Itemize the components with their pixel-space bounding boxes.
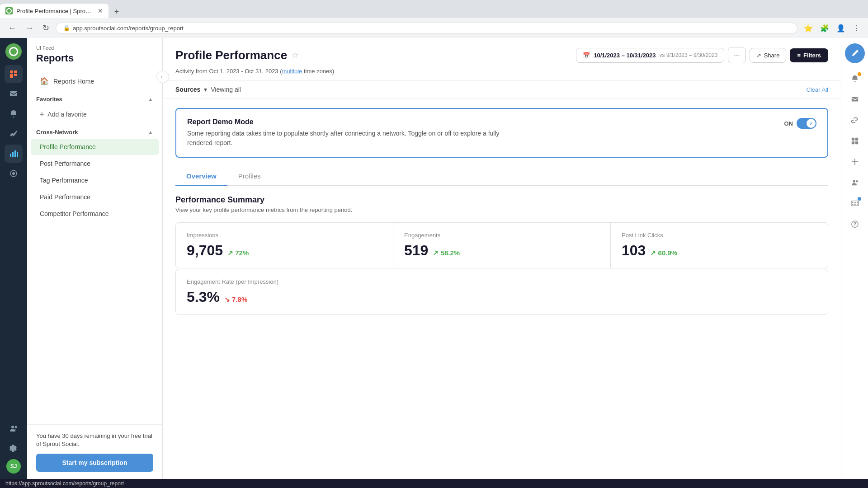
- rail-notifications-btn[interactable]: [5, 105, 23, 123]
- right-rail-grid-btn[interactable]: [846, 132, 864, 150]
- right-rail-activity-btn[interactable]: [846, 90, 864, 108]
- filters-icon: ≡: [797, 52, 801, 59]
- rail-team-btn[interactable]: [5, 419, 23, 437]
- demo-banner-text: Report Demo Mode Some reporting data tak…: [187, 118, 504, 148]
- impressions-change: ↗ 72%: [227, 249, 249, 257]
- right-rail-add-btn[interactable]: [846, 153, 864, 171]
- address-bar[interactable]: 🔒 app.sproutsocial.com/reports/group_rep…: [56, 23, 797, 34]
- svg-rect-25: [857, 202, 858, 203]
- svg-point-19: [853, 180, 855, 183]
- right-rail: [841, 38, 868, 479]
- sidebar-item-paid-performance[interactable]: Paid Performance: [31, 189, 159, 205]
- nav-actions: ⭐ 🧩 👤 ⋮: [801, 22, 863, 34]
- svg-rect-28: [857, 204, 858, 205]
- svg-rect-6: [12, 152, 14, 157]
- rail-listening-btn[interactable]: [5, 164, 23, 183]
- right-rail-users-btn[interactable]: [846, 174, 864, 192]
- start-subscription-btn[interactable]: Start my subscription: [36, 454, 153, 472]
- header-top-row: Profile Performance ☆ 📅 10/1/2023 – 10/3…: [175, 47, 828, 63]
- share-label: Share: [764, 52, 780, 59]
- filters-btn[interactable]: ≡ Filters: [790, 48, 828, 62]
- favorite-star-icon[interactable]: ☆: [292, 50, 299, 60]
- active-tab[interactable]: Profile Performance | Sprout So... ✕: [0, 4, 108, 18]
- tab-overview[interactable]: Overview: [175, 167, 227, 186]
- engagements-change: ↗ 58.2%: [433, 249, 460, 257]
- sources-label: Sources: [175, 86, 200, 93]
- rail-publishing-btn[interactable]: [5, 125, 23, 143]
- post-link-clicks-value-row: 103 ↗ 60.9%: [622, 242, 817, 259]
- sources-left: Sources ▾ Viewing all: [175, 86, 241, 93]
- compose-fab-btn[interactable]: [845, 43, 865, 63]
- sidebar-item-tag-performance[interactable]: Tag Performance: [31, 172, 159, 188]
- more-options-btn[interactable]: ···: [728, 47, 745, 63]
- tab-profiles[interactable]: Profiles: [227, 167, 272, 186]
- multiple-timezones-link[interactable]: multiple: [282, 68, 302, 75]
- main-body: Report Demo Mode Some reporting data tak…: [163, 99, 841, 479]
- profile-btn[interactable]: 👤: [834, 22, 848, 34]
- svg-point-30: [854, 225, 855, 226]
- trial-text: You have 30 days remaining in your free …: [36, 432, 153, 448]
- impressions-label: Impressions: [187, 232, 382, 239]
- metric-engagements: Engagements 519 ↗ 58.2%: [393, 223, 610, 268]
- new-tab-btn[interactable]: +: [110, 5, 123, 18]
- performance-summary-subtitle: View your key profile performance metric…: [175, 206, 828, 213]
- user-avatar[interactable]: SJ: [6, 459, 21, 474]
- rail-analytics-btn[interactable]: [5, 145, 23, 163]
- svg-rect-13: [851, 138, 854, 141]
- rail-settings-btn[interactable]: [5, 439, 23, 457]
- sidebar-collapse-btn[interactable]: ←: [156, 70, 169, 83]
- extensions-btn[interactable]: 🧩: [817, 22, 832, 34]
- rail-feeds-btn[interactable]: [5, 65, 23, 83]
- favorites-section-header[interactable]: Favorites ▲: [27, 90, 162, 105]
- bookmark-star-btn[interactable]: ⭐: [801, 22, 816, 34]
- sidebar-breadcrumb[interactable]: UI Feed: [36, 45, 153, 51]
- cross-network-section-header[interactable]: Cross-Network ▲: [27, 123, 162, 138]
- tab-close-btn[interactable]: ✕: [98, 7, 103, 14]
- activity-prefix: Activity from Oct 1, 2023 - Oct 31, 2023…: [175, 68, 282, 75]
- tab-favicon: [5, 7, 13, 14]
- sidebar-item-competitor-performance[interactable]: Competitor Performance: [31, 206, 159, 222]
- sidebar-item-label: Post Performance: [40, 160, 90, 167]
- post-link-clicks-label: Post Link Clicks: [622, 232, 817, 239]
- sidebar-item-label: Paid Performance: [40, 193, 90, 201]
- date-range-btn[interactable]: 📅 10/1/2023 – 10/31/2023 vs 9/1/2023 – 9…: [576, 48, 724, 63]
- demo-mode-title: Report Demo Mode: [187, 118, 504, 126]
- sources-value: Viewing all: [211, 86, 241, 93]
- clear-all-btn[interactable]: Clear All: [807, 86, 828, 93]
- share-btn[interactable]: ↗ Share: [750, 48, 787, 63]
- activity-text: Activity from Oct 1, 2023 - Oct 31, 2023…: [175, 66, 828, 80]
- reports-home-label: Reports Home: [53, 78, 94, 85]
- sidebar-item-label: Tag Performance: [40, 177, 88, 184]
- sidebar: UI Feed Reports 🏠 Reports Home Favorites…: [27, 38, 163, 479]
- performance-summary-section: Performance Summary View your key profil…: [175, 195, 828, 315]
- demo-mode-description: Some reporting data takes time to popula…: [187, 129, 504, 148]
- demo-mode-banner: Report Demo Mode Some reporting data tak…: [175, 108, 828, 158]
- back-btn[interactable]: ←: [5, 22, 19, 35]
- sidebar-item-profile-performance[interactable]: Profile Performance: [31, 139, 159, 155]
- svg-rect-8: [17, 152, 18, 157]
- reports-home-nav-item[interactable]: 🏠 Reports Home: [31, 72, 159, 90]
- post-link-clicks-change: ↗ 60.9%: [650, 249, 677, 257]
- lock-icon: 🔒: [63, 25, 70, 31]
- right-rail-notifications-btn[interactable]: [846, 70, 864, 88]
- demo-mode-toggle[interactable]: ✓: [797, 118, 816, 129]
- toggle-check-icon: ✓: [809, 121, 813, 126]
- forward-btn[interactable]: →: [23, 22, 36, 35]
- rail-inbox-btn[interactable]: [5, 85, 23, 103]
- add-favorite-btn[interactable]: + Add a favorite: [31, 106, 159, 123]
- app-logo[interactable]: [5, 43, 22, 60]
- engagement-rate-value-row: 5.3% ↘ 7.8%: [187, 289, 817, 305]
- right-rail-link-btn[interactable]: [846, 111, 864, 129]
- sidebar-title: Reports: [36, 52, 153, 64]
- cross-network-chevron: ▲: [148, 129, 153, 136]
- svg-rect-1: [10, 70, 13, 73]
- more-nav-btn[interactable]: ⋮: [850, 22, 863, 34]
- refresh-btn[interactable]: ↻: [40, 21, 52, 35]
- right-rail-keyboard-btn[interactable]: [846, 194, 864, 212]
- right-rail-help-btn[interactable]: [846, 215, 864, 233]
- sidebar-item-post-performance[interactable]: Post Performance: [31, 155, 159, 172]
- date-range-main: 10/1/2023 – 10/31/2023: [594, 52, 656, 59]
- favorites-label: Favorites: [36, 96, 62, 103]
- tab-bar: Profile Performance | Sprout So... ✕ +: [0, 0, 868, 18]
- sidebar-nav: 🏠 Reports Home Favorites ▲ + Add a favor…: [27, 68, 162, 424]
